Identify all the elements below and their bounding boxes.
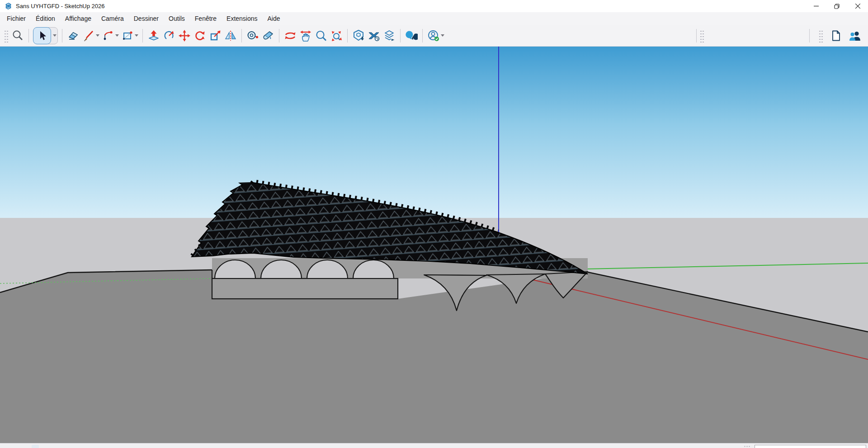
close-button[interactable] <box>847 0 868 12</box>
menu-aide[interactable]: Aide <box>263 13 285 24</box>
pan-icon <box>299 29 312 42</box>
toolbar-drag-handle[interactable] <box>818 29 823 42</box>
rectangle-tool-dropdown[interactable] <box>134 27 139 44</box>
toolbar-separator <box>279 29 279 42</box>
sketchup-logo-icon <box>5 2 12 10</box>
menu-extensions[interactable]: Extensions <box>222 13 262 24</box>
toolbar-drag-handle[interactable] <box>699 29 704 42</box>
orbit-tool-button[interactable] <box>283 27 298 44</box>
sketchup-window: { "window": { "title": "Sans UYHTGFD - S… <box>0 0 868 448</box>
select-tool-button[interactable] <box>33 27 51 44</box>
title-bar: Sans UYHTGFD - SketchUp 2026 <box>0 0 868 12</box>
toolbar-separator <box>28 29 29 42</box>
viewport-canvas <box>0 47 868 443</box>
search-tool-button[interactable] <box>10 27 25 44</box>
window-controls <box>806 0 868 12</box>
pan-tool-button[interactable] <box>298 27 313 44</box>
paint-bucket-icon <box>262 29 274 42</box>
feedback-button[interactable] <box>404 27 419 44</box>
people-button[interactable] <box>847 27 863 44</box>
search-icon <box>11 29 24 42</box>
arc-icon <box>102 29 114 42</box>
zoom-tool-button[interactable] <box>313 27 329 44</box>
flip-tool-button[interactable] <box>223 27 238 44</box>
rotate-tool-button[interactable] <box>192 27 208 44</box>
extension-warehouse-icon <box>368 29 380 42</box>
toolbar-separator <box>241 29 242 42</box>
restore-button[interactable] <box>826 0 847 12</box>
toolbar <box>0 25 868 47</box>
line-tool-dropdown[interactable] <box>95 27 100 44</box>
measurements-gripper <box>744 445 750 448</box>
chat-bubbles-icon <box>405 29 418 42</box>
sky <box>0 47 868 218</box>
modeling-viewport[interactable] <box>0 47 868 443</box>
warehouse-3d-button[interactable] <box>351 27 366 44</box>
eraser-icon <box>67 29 80 42</box>
minimize-button[interactable] <box>806 0 826 12</box>
zoom-extents-icon <box>330 29 343 42</box>
followme-tool-button[interactable] <box>161 27 177 44</box>
new-document-button[interactable] <box>828 27 844 44</box>
move-tool-button[interactable] <box>177 27 192 44</box>
paintbucket-tool-button[interactable] <box>260 27 276 44</box>
toolbar-separator <box>142 29 143 42</box>
zoom-icon <box>315 29 327 42</box>
menu-camera[interactable]: Caméra <box>96 13 129 24</box>
signin-button[interactable] <box>426 27 441 44</box>
eraser-tool-button[interactable] <box>66 27 81 44</box>
pencil-line-icon <box>82 29 95 42</box>
menu-dessiner[interactable]: Dessiner <box>129 13 164 24</box>
menu-outils[interactable]: Outils <box>164 13 190 24</box>
people-icon <box>848 29 862 42</box>
window-title: Sans UYHTGFD - SketchUp 2026 <box>16 3 105 9</box>
select-tool-group <box>33 27 58 44</box>
pushpull-icon <box>147 29 160 42</box>
toolbar-separator <box>422 29 423 42</box>
scale-tool-button[interactable] <box>208 27 223 44</box>
arc-tool-dropdown[interactable] <box>114 27 120 44</box>
rectangle-icon <box>121 29 134 42</box>
line-tool-button[interactable] <box>81 27 96 44</box>
menu-affichage[interactable]: Affichage <box>60 13 96 24</box>
rectangle-tool-button[interactable] <box>120 27 135 44</box>
followme-icon <box>163 29 175 42</box>
rotate-icon <box>193 29 206 42</box>
toolbar-dock-separator <box>695 29 706 42</box>
flip-icon <box>224 29 237 42</box>
tape-measure-icon <box>246 29 259 42</box>
extension-warehouse-button[interactable] <box>366 27 382 44</box>
account-avatar-icon <box>427 29 440 42</box>
toolbar-separator <box>809 29 810 42</box>
measurements-input[interactable] <box>755 445 866 448</box>
3d-warehouse-icon <box>352 29 365 42</box>
menu-edition[interactable]: Édition <box>31 13 60 24</box>
select-arrow-icon <box>37 30 47 41</box>
menu-fichier[interactable]: Fichier <box>2 13 31 24</box>
signin-dropdown[interactable] <box>440 27 445 44</box>
menu-bar: Fichier Édition Affichage Caméra Dessine… <box>0 12 868 25</box>
arc-tool-button[interactable] <box>100 27 116 44</box>
toolbar-right-group <box>806 27 863 44</box>
tapemeasure-tool-button[interactable] <box>245 27 260 44</box>
toolbar-drag-handle[interactable] <box>4 29 8 42</box>
new-document-icon <box>830 29 842 42</box>
pushpull-tool-button[interactable] <box>146 27 161 44</box>
toolbar-separator <box>400 29 401 42</box>
scale-icon <box>209 29 222 42</box>
status-bar <box>0 443 868 448</box>
move-icon <box>178 29 191 42</box>
toolbar-separator <box>347 29 348 42</box>
toolbar-separator <box>62 29 62 42</box>
toolbar-separator <box>696 29 697 42</box>
zoomextents-tool-button[interactable] <box>329 27 344 44</box>
status-icon-fragment <box>32 445 39 448</box>
send-to-layout-icon <box>383 29 396 42</box>
orbit-icon <box>284 29 297 42</box>
send-to-layout-button[interactable] <box>382 27 397 44</box>
menu-fenetre[interactable]: Fenêtre <box>190 13 222 24</box>
